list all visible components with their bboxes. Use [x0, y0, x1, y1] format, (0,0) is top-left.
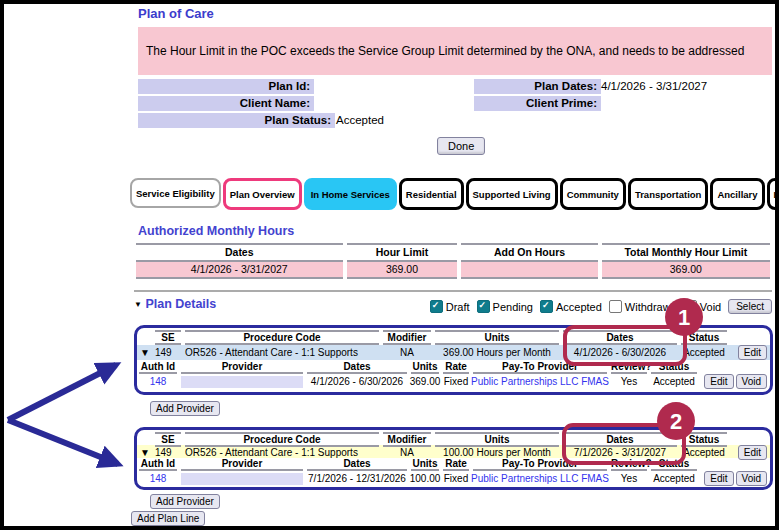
- amh-hour-limit: 369.00: [347, 262, 458, 279]
- collapse-triangle-icon[interactable]: ▼: [134, 300, 142, 309]
- amh-header-dates: Dates: [136, 243, 343, 262]
- provider-field: [181, 473, 303, 485]
- tab-community[interactable]: Community: [560, 178, 626, 210]
- status: Accepted: [679, 447, 729, 458]
- provider-dates: 7/1/2026 - 12/31/2026: [305, 473, 409, 484]
- plan-line-row: ▼ 149 OR526 - Attendant Care - 1:1 Suppo…: [137, 445, 770, 458]
- plan-dates-value: 4/1/2026 - 3/31/2027: [601, 79, 707, 94]
- provider-rate: Fixed: [441, 473, 471, 484]
- plan-line-table-1: SE Procedure Code Modifier Units Dates S…: [134, 325, 773, 395]
- amh-header-add-on: Add On Hours: [461, 243, 597, 262]
- provider-header-row: Auth Id Provider Dates Units Rate Pay-To…: [137, 458, 770, 471]
- provider-review: Yes: [609, 473, 649, 484]
- tab-in-home-services[interactable]: In Home Services: [304, 178, 397, 210]
- auth-id-link[interactable]: 148: [137, 376, 179, 387]
- plan-status-value: Accepted: [336, 113, 384, 128]
- warning-message: The Hour Limit in the POC exceeds the Se…: [138, 44, 744, 58]
- provider-field: [181, 376, 303, 388]
- client-name-label: Client Name:: [138, 96, 314, 111]
- plan-line-row: ▼ 149 OR526 - Attendant Care - 1:1 Suppo…: [137, 345, 770, 360]
- se-value: 149: [153, 447, 183, 458]
- callout-arrow-to-line-2: [8, 420, 118, 464]
- edit-button[interactable]: Edit: [738, 445, 767, 460]
- modifier: NA: [381, 447, 433, 458]
- provider-rate: Fixed: [441, 376, 471, 387]
- amh-title: Authorized Monthly Hours: [138, 224, 294, 238]
- tab-ancillary[interactable]: Ancillary: [710, 178, 764, 210]
- provider-units: 100.00: [409, 473, 441, 484]
- select-button[interactable]: Select: [728, 299, 772, 314]
- filter-void[interactable]: Void: [684, 300, 721, 313]
- procedure-code: OR526 - Attendant Care - 1:1 Supports: [183, 347, 381, 358]
- units: 100.00 Hours per Month: [433, 447, 561, 458]
- provider-row: 148 4/1/2026 - 6/30/2026 369.00 Fixed Pu…: [137, 374, 770, 389]
- provider-header-row: Auth Id Provider Dates Units Rate Pay-To…: [137, 360, 770, 374]
- amh-dates: 4/1/2026 - 3/31/2027: [136, 262, 343, 279]
- status-filters: Draft Pending Accepted Withdrawn Void Se…: [430, 299, 772, 314]
- units: 369.00 Hours per Month: [433, 347, 561, 358]
- amh-add-on-hours: [461, 262, 597, 279]
- add-provider-button[interactable]: Add Provider: [150, 494, 220, 509]
- tab-plan-overview[interactable]: Plan Overview: [223, 178, 302, 210]
- table-header-row: SE Procedure Code Modifier Units Dates S…: [137, 432, 770, 445]
- service-tabs: Service Eligibility Plan Overview In Hom…: [130, 178, 773, 210]
- provider-units: 369.00: [409, 376, 441, 387]
- auth-id-link[interactable]: 148: [137, 473, 179, 484]
- dates: 4/1/2026 - 6/30/2026: [561, 347, 679, 358]
- dates: 7/1/2026 - 3/31/2027: [561, 447, 679, 458]
- filter-withdrawn[interactable]: Withdrawn: [609, 300, 677, 313]
- amh-total: 369.00: [602, 262, 770, 279]
- status: Accepted: [679, 347, 729, 358]
- accepted-checkbox[interactable]: [540, 300, 553, 313]
- filter-pending[interactable]: Pending: [477, 300, 533, 313]
- tab-residential[interactable]: Residential: [399, 178, 464, 210]
- plan-details-title: Plan Details: [145, 297, 216, 311]
- edit-button[interactable]: Edit: [704, 374, 733, 389]
- tab-transportation[interactable]: Transportation: [628, 178, 709, 210]
- modifier: NA: [381, 347, 433, 358]
- edit-button[interactable]: Edit: [738, 345, 767, 360]
- void-button[interactable]: Void: [736, 374, 767, 389]
- amh-table: Dates Hour Limit Add On Hours Total Mont…: [134, 243, 772, 279]
- provider-status: Accepted: [649, 376, 699, 387]
- expand-icon[interactable]: ▼: [137, 347, 153, 358]
- callout-arrow-to-line-1: [8, 365, 116, 420]
- plan-line-table-2: SE Procedure Code Modifier Units Dates S…: [134, 427, 773, 490]
- page-title: Plan of Care: [138, 6, 214, 21]
- procedure-code: OR526 - Attendant Care - 1:1 Supports: [183, 447, 381, 458]
- provider-dates: 4/1/2026 - 6/30/2026: [305, 376, 409, 387]
- add-plan-line-button[interactable]: Add Plan Line: [131, 511, 205, 526]
- tab-service-eligibility[interactable]: Service Eligibility: [130, 178, 221, 208]
- provider-review: Yes: [609, 376, 649, 387]
- tab-legacy[interactable]: Legacy: [767, 178, 779, 210]
- plan-details-header: ▼ Plan Details: [134, 297, 216, 311]
- warning-banner: The Hour Limit in the POC exceeds the Se…: [138, 27, 772, 75]
- pay-to-provider-link[interactable]: Public Partnerships LLC FMAS: [471, 376, 609, 387]
- withdrawn-checkbox[interactable]: [609, 300, 622, 313]
- se-value: 149: [153, 347, 183, 358]
- provider-status: Accepted: [649, 473, 699, 484]
- plan-dates-label: Plan Dates:: [474, 79, 601, 94]
- add-provider-button[interactable]: Add Provider: [150, 401, 220, 416]
- filter-draft[interactable]: Draft: [430, 300, 470, 313]
- plan-id-label: Plan Id:: [138, 79, 314, 94]
- plan-status-label: Plan Status:: [138, 113, 335, 128]
- amh-header-total: Total Monthly Hour Limit: [602, 243, 770, 262]
- void-button[interactable]: Void: [736, 471, 767, 486]
- table-header-row: SE Procedure Code Modifier Units Dates S…: [137, 330, 770, 345]
- amh-header-hour-limit: Hour Limit: [347, 243, 458, 262]
- draft-checkbox[interactable]: [430, 300, 443, 313]
- void-checkbox[interactable]: [684, 300, 697, 313]
- filter-accepted[interactable]: Accepted: [540, 300, 602, 313]
- expand-icon[interactable]: ▼: [137, 447, 153, 458]
- provider-row: 148 7/1/2026 - 12/31/2026 100.00 Fixed P…: [137, 471, 770, 484]
- pay-to-provider-link[interactable]: Public Partnerships LLC FMAS: [471, 473, 609, 484]
- done-button[interactable]: Done: [437, 137, 485, 155]
- client-prime-label: Client Prime:: [474, 96, 601, 111]
- pending-checkbox[interactable]: [477, 300, 490, 313]
- section-divider: [134, 290, 772, 292]
- edit-button[interactable]: Edit: [704, 471, 733, 486]
- tab-supported-living[interactable]: Supported Living: [466, 178, 558, 210]
